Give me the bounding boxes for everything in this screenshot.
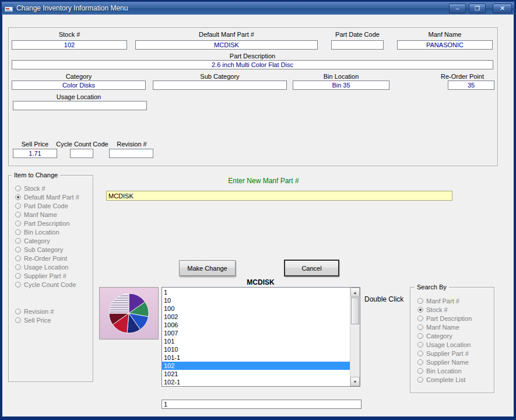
radio-option[interactable]: Supplier Name <box>417 358 472 366</box>
radio-icon <box>417 368 423 374</box>
radio-option-label: Default Manf Part # <box>24 194 79 201</box>
radio-option[interactable]: Supplier Part # <box>15 271 79 280</box>
list-item[interactable]: 101-1 <box>162 354 350 362</box>
maximize-button[interactable]: ❐ <box>469 4 486 13</box>
scrollbar[interactable]: ▲ ▼ <box>350 288 360 386</box>
sell-price-label: Sell Price <box>13 141 57 148</box>
radio-option[interactable]: Supplier Part # <box>417 349 472 358</box>
make-change-button[interactable]: Make Change <box>179 260 236 276</box>
radio-icon <box>417 377 423 383</box>
usage-location-field[interactable] <box>13 101 147 110</box>
stock-number-label: Stock # <box>12 31 127 38</box>
radio-option[interactable]: Manf Name <box>417 323 472 331</box>
sub-category-field[interactable] <box>153 80 287 90</box>
cancel-button[interactable]: Cancel <box>285 260 339 276</box>
default-manf-part-field[interactable]: MCDISK <box>135 40 318 50</box>
list-item[interactable]: 1002 <box>162 313 350 321</box>
client-area: Stock # Default Manf Part # Part Date Co… <box>2 15 514 416</box>
radio-option-label: Stock # <box>426 306 448 313</box>
list-item[interactable]: 1 <box>162 288 350 296</box>
usage-location-label: Usage Location <box>12 93 146 101</box>
radio-option-label: Part Description <box>426 315 472 322</box>
bin-location-field[interactable]: Bin 35 <box>293 80 389 90</box>
radio-option[interactable]: Cycle Count Code <box>15 280 79 289</box>
item-to-change-options-extra: Revision # Sell Price <box>15 307 54 324</box>
radio-option[interactable]: Default Manf Part # <box>15 192 79 201</box>
scrollbar-up-icon[interactable]: ▲ <box>350 288 360 297</box>
radio-option[interactable]: Usage Location <box>15 262 79 271</box>
list-item[interactable]: 1021 <box>162 370 350 378</box>
radio-option-label: Supplier Part # <box>426 350 469 357</box>
radio-option[interactable]: Usage Location <box>417 340 472 349</box>
radio-icon <box>417 298 423 304</box>
scrollbar-thumb[interactable] <box>351 298 359 324</box>
radio-option[interactable]: Bin Location <box>417 366 472 375</box>
radio-option-label: Sub Category <box>24 246 63 253</box>
radio-icon <box>15 203 21 209</box>
list-item[interactable]: 100 <box>162 304 350 313</box>
radio-option-label: Re-Order Point <box>24 255 67 262</box>
list-item[interactable]: 1006 <box>162 321 350 329</box>
part-description-field[interactable]: 2.6 inch Multi Color Flat Disc <box>12 60 493 69</box>
radio-option[interactable]: Bin Location <box>15 228 79 236</box>
radio-option[interactable]: Stock # <box>417 305 472 314</box>
radio-icon <box>417 351 423 356</box>
radio-option[interactable]: Part Date Code <box>15 201 79 210</box>
reorder-point-label: Re-Order Point <box>430 73 494 80</box>
radio-option-label: Bin Location <box>426 368 462 374</box>
radio-icon <box>15 194 21 200</box>
radio-option[interactable]: Revision # <box>15 307 54 316</box>
list-position-input[interactable] <box>162 400 361 409</box>
minimize-button[interactable]: – <box>449 4 466 13</box>
radio-icon <box>417 359 423 365</box>
radio-option[interactable]: Part Description <box>15 219 79 228</box>
list-item[interactable]: 102 <box>162 362 350 370</box>
radio-icon <box>15 317 21 323</box>
radio-option[interactable]: Category <box>15 236 79 245</box>
reorder-point-field[interactable]: 35 <box>448 80 494 90</box>
radio-icon <box>417 324 423 330</box>
list-item[interactable]: 102-1 <box>162 378 350 386</box>
app-icon <box>4 4 13 13</box>
new-manf-part-input[interactable] <box>106 191 452 201</box>
stock-number-field[interactable]: 102 <box>12 40 127 50</box>
radio-option-label: Usage Location <box>426 341 471 348</box>
search-by-options: Manf Part # Stock # Part Description Man… <box>417 296 472 384</box>
radio-option-label: Cycle Count Code <box>24 281 76 288</box>
radio-option[interactable]: Manf Part # <box>417 296 472 305</box>
revision-field[interactable] <box>109 149 153 158</box>
radio-option[interactable]: Sub Category <box>15 245 79 254</box>
radio-option[interactable]: Sell Price <box>15 316 54 324</box>
titlebar[interactable]: Change Inventory Information Menu – ❐ ✕ <box>2 2 514 15</box>
radio-option[interactable]: Re-Order Point <box>15 254 79 262</box>
double-click-label: Double Click <box>364 295 403 303</box>
enter-new-value-prompt: Enter New Manf Part # <box>182 177 345 185</box>
radio-icon <box>15 273 21 279</box>
category-field[interactable]: Color Disks <box>12 80 146 90</box>
list-item[interactable]: 10 <box>162 296 350 304</box>
list-item[interactable]: 1007 <box>162 329 350 337</box>
radio-option-label: Complete List <box>426 376 465 383</box>
radio-option[interactable]: Manf Name <box>15 210 79 219</box>
item-to-change-title: Item to Change <box>12 172 60 178</box>
radio-option[interactable]: Stock # <box>15 184 79 192</box>
list-item[interactable]: 101 <box>162 337 350 345</box>
radio-option-label: Stock # <box>24 185 45 192</box>
radio-option-label: Sell Price <box>24 317 51 324</box>
scrollbar-down-icon[interactable]: ▼ <box>350 377 360 386</box>
radio-option-label: Part Description <box>24 220 69 227</box>
radio-option-label: Revision # <box>24 308 54 315</box>
radio-option[interactable]: Complete List <box>417 375 472 384</box>
sell-price-field[interactable]: 1.71 <box>13 149 57 158</box>
list-item[interactable]: 1010 <box>162 345 350 354</box>
part-date-code-field[interactable] <box>331 40 384 50</box>
radio-option[interactable]: Part Description <box>417 314 472 323</box>
category-label: Category <box>12 73 146 80</box>
manf-name-field[interactable]: PANASONIC <box>397 40 493 50</box>
radio-option-label: Supplier Name <box>426 359 469 366</box>
radio-icon <box>417 333 423 339</box>
radio-option[interactable]: Category <box>417 331 472 340</box>
stock-list: 1 10 100 1002 1006 1007 101 1010 101-1 <box>162 288 350 386</box>
close-button[interactable]: ✕ <box>493 4 512 13</box>
cycle-count-code-field[interactable] <box>70 149 93 158</box>
